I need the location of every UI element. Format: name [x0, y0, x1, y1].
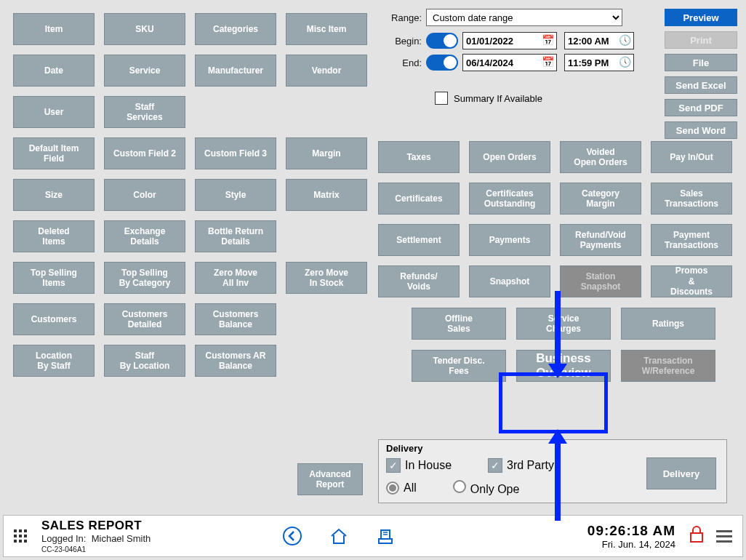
location-by-staff-button[interactable]: LocationBy Staff — [13, 345, 95, 377]
send-pdf-button[interactable]: Send PDF — [665, 99, 737, 116]
menu-icon[interactable] — [716, 530, 732, 543]
top-selling-items-button[interactable]: Top SellingItems — [13, 262, 95, 294]
clock-icon[interactable]: 🕔 — [619, 34, 631, 46]
promos-discounts-button[interactable]: Promos&Discounts — [651, 265, 732, 297]
lock-icon[interactable] — [689, 525, 705, 547]
range-select[interactable]: Custom date range — [426, 9, 622, 26]
back-icon[interactable] — [281, 525, 303, 547]
register-icon[interactable] — [374, 525, 396, 547]
station-snapshot-button[interactable]: StationSnapshot — [560, 265, 641, 297]
annotation-arrow-down — [553, 291, 563, 378]
advanced-report-button[interactable]: AdvancedReport — [297, 463, 363, 495]
refund-void-payments-button[interactable]: Refund/VoidPayments — [560, 224, 641, 256]
inhouse-checkbox[interactable]: ✓In House — [386, 458, 452, 473]
begin-label: Begin: — [378, 36, 422, 47]
staff-services-button[interactable]: StaffServices — [104, 96, 185, 128]
customers-balance-button[interactable]: CustomersBalance — [195, 303, 276, 335]
send-excel-button[interactable]: Send Excel — [665, 76, 737, 94]
logged-in-label: Logged In: — [41, 533, 86, 544]
customers-detailed-button[interactable]: CustomersDetailed — [104, 303, 185, 335]
deleted-items-button[interactable]: DeletedItems — [13, 220, 95, 252]
begin-toggle[interactable] — [426, 33, 458, 49]
style-button[interactable]: Style — [195, 179, 276, 211]
payments-button[interactable]: Payments — [469, 224, 550, 256]
categories-button[interactable]: Categories — [195, 13, 276, 45]
pay-in-out-button[interactable]: Pay In/Out — [651, 141, 732, 173]
svg-point-0 — [284, 527, 301, 545]
clock-icon[interactable]: 🕔 — [619, 56, 631, 68]
settlement-button[interactable]: Settlement — [378, 224, 460, 256]
summary-label: Summary If Available — [454, 93, 542, 104]
summary-checkbox[interactable] — [435, 92, 448, 105]
staff-by-location-button[interactable]: StaffBy Location — [104, 345, 185, 377]
exchange-details-button[interactable]: ExchangeDetails — [104, 220, 185, 252]
snapshot-button[interactable]: Snapshot — [469, 265, 550, 297]
sales-transactions-button[interactable]: SalesTransactions — [651, 183, 732, 215]
footer-time: 09:26:18 AM — [587, 523, 675, 539]
zero-move-all-inv-button[interactable]: Zero MoveAll Inv — [195, 262, 276, 294]
service-button[interactable]: Service — [104, 55, 185, 87]
apps-grip-icon[interactable] — [14, 529, 27, 543]
station-id: CC-23-046A1 — [41, 545, 151, 553]
sku-button[interactable]: SKU — [104, 13, 185, 45]
item-button[interactable]: Item — [13, 13, 95, 45]
preview-button[interactable]: Preview — [665, 9, 737, 26]
file-button[interactable]: File — [665, 54, 737, 71]
print-button[interactable]: Print — [665, 31, 737, 49]
manufacturer-button[interactable]: Manufacturer — [195, 55, 276, 87]
home-icon[interactable] — [328, 525, 350, 547]
service-charges-button[interactable]: ServiceCharges — [516, 308, 611, 340]
default-item-field-button[interactable]: Default ItemField — [13, 137, 95, 169]
custom-field-3-button[interactable]: Custom Field 3 — [195, 137, 276, 169]
certificates-button[interactable]: Certificates — [378, 183, 460, 215]
page-title: SALES REPORT — [41, 519, 151, 533]
all-radio[interactable]: All — [386, 481, 417, 495]
onlyopen-radio[interactable]: Only Ope — [453, 480, 520, 496]
zero-move-in-stock-button[interactable]: Zero MoveIn Stock — [286, 262, 367, 294]
margin-button[interactable]: Margin — [286, 137, 367, 169]
ratings-button[interactable]: Ratings — [621, 308, 715, 340]
matrix-button[interactable]: Matrix — [286, 179, 367, 211]
category-margin-button[interactable]: CategoryMargin — [560, 183, 641, 215]
payment-transactions-button[interactable]: PaymentTransactions — [651, 224, 732, 256]
footer-bar: SALES REPORT Logged In: Michael Smith CC… — [3, 515, 743, 557]
bottle-return-details-button[interactable]: Bottle ReturnDetails — [195, 220, 276, 252]
end-toggle[interactable] — [426, 55, 458, 71]
user-button[interactable]: User — [13, 96, 95, 128]
certificates-outstanding-button[interactable]: CertificatesOutstanding — [469, 183, 550, 215]
taxes-button[interactable]: Taxes — [378, 141, 460, 173]
misc-item-button[interactable]: Misc Item — [286, 13, 367, 45]
vendor-button[interactable]: Vendor — [286, 55, 367, 87]
color-button[interactable]: Color — [104, 179, 185, 211]
transaction-w-reference-button[interactable]: TransactionW/Reference — [621, 350, 715, 382]
offline-sales-button[interactable]: OfflineSales — [412, 308, 506, 340]
tender-disc-fees-button[interactable]: Tender Disc.Fees — [412, 350, 506, 382]
end-label: End: — [378, 57, 422, 68]
thirdparty-checkbox[interactable]: ✓3rd Party — [488, 458, 554, 473]
voided-open-orders-button[interactable]: VoidedOpen Orders — [560, 141, 641, 173]
send-word-button[interactable]: Send Word — [665, 121, 737, 139]
refunds-voids-button[interactable]: Refunds/Voids — [378, 265, 460, 297]
top-selling-by-category-button[interactable]: Top SellingBy Category — [104, 262, 185, 294]
footer-date: Fri. Jun. 14, 2024 — [587, 539, 675, 550]
delivery-button[interactable]: Delivery — [646, 457, 716, 489]
calendar-icon[interactable]: 📅 — [542, 56, 554, 68]
custom-field-2-button[interactable]: Custom Field 2 — [104, 137, 185, 169]
date-button[interactable]: Date — [13, 55, 95, 87]
annotation-arrow-up — [553, 429, 563, 516]
open-orders-button[interactable]: Open Orders — [469, 141, 550, 173]
calendar-icon[interactable]: 📅 — [542, 34, 554, 46]
size-button[interactable]: Size — [13, 179, 95, 211]
svg-rect-5 — [691, 533, 702, 542]
range-label: Range: — [378, 12, 422, 23]
logged-in-user: Michael Smith — [92, 533, 151, 544]
customers-button[interactable]: Customers — [13, 303, 95, 335]
customers-ar-balance-button[interactable]: Customers ARBalance — [195, 345, 276, 377]
